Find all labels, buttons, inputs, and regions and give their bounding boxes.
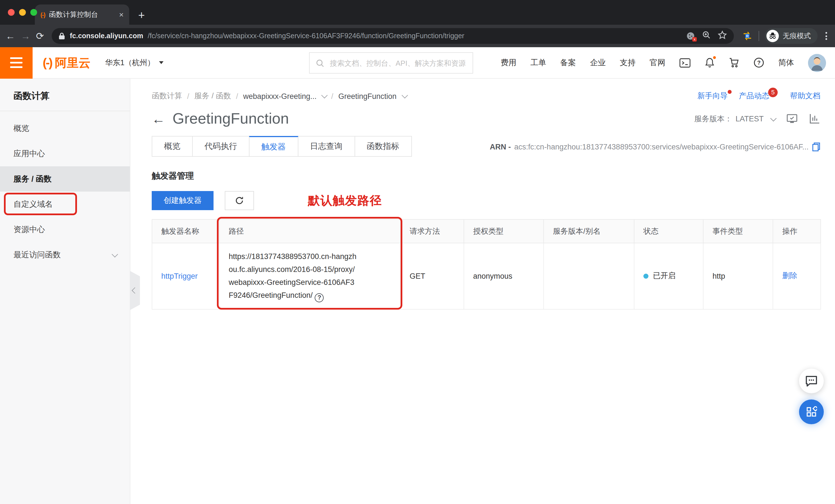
reload-icon[interactable]: ⟳ xyxy=(36,31,44,41)
copy-icon[interactable] xyxy=(812,142,820,152)
sidebar-title: 函数计算 xyxy=(0,79,130,111)
version-label: 服务版本： xyxy=(694,114,732,124)
beginner-guide-link[interactable]: 新手向导 xyxy=(697,91,728,101)
annotation-default-trigger-path: 默认触发路径 xyxy=(308,193,382,208)
chevron-down-icon[interactable] xyxy=(402,92,408,99)
window-close-button[interactable] xyxy=(8,9,15,16)
new-tab-button[interactable]: + xyxy=(138,9,145,21)
nav-official-site[interactable]: 官网 xyxy=(650,58,665,68)
window-zoom-button[interactable] xyxy=(30,9,37,16)
browser-toolbar: ← → ⟳ fc.console.aliyun.com /fc/service/… xyxy=(0,25,835,47)
metrics-chart-icon[interactable] xyxy=(809,114,820,124)
cloudshell-icon[interactable] xyxy=(679,58,691,68)
nav-support[interactable]: 支持 xyxy=(620,58,635,68)
trigger-table: 触发器名称 路径 请求方法 授权类型 服务版本/别名 状态 事件类型 操作 ht… xyxy=(152,219,820,309)
search-input[interactable] xyxy=(329,58,466,68)
page-back-icon[interactable]: ← xyxy=(152,112,165,126)
forward-icon[interactable]: → xyxy=(21,31,30,41)
cart-icon[interactable] xyxy=(729,57,739,68)
path-help-icon[interactable]: ? xyxy=(315,293,324,302)
service-version-selector[interactable]: 服务版本： LATEST xyxy=(694,114,820,124)
trigger-section-title: 触发器管理 xyxy=(152,171,820,181)
toolbar-divider xyxy=(758,31,759,41)
trigger-path: https://1813774388953700.cn-hangzhou.fc.… xyxy=(229,250,358,302)
status-dot-icon xyxy=(644,274,648,279)
breadcrumb-function-name[interactable]: GreetingFunction xyxy=(338,92,406,100)
trigger-name-link[interactable]: httpTrigger xyxy=(161,272,198,280)
col-path: 路径 xyxy=(220,219,400,243)
aliyun-logo[interactable]: (-) 阿里云 xyxy=(43,55,90,70)
extension-icon[interactable]: R xyxy=(742,31,753,42)
function-compute-favicon-icon: (-) xyxy=(40,11,45,18)
breadcrumb-service-name[interactable]: webapixxx-Greeting... xyxy=(243,92,333,100)
product-updates-link[interactable]: 产品动态5 xyxy=(739,91,779,101)
updates-count-badge: 5 xyxy=(768,87,778,97)
tab-metrics[interactable]: 函数指标 xyxy=(354,136,412,157)
page-title: GreetingFunction xyxy=(172,110,289,127)
browser-tab-strip: (-) 函数计算控制台 × + xyxy=(0,0,835,25)
table-header-row: 触发器名称 路径 请求方法 授权类型 服务版本/别名 状态 事件类型 操作 xyxy=(152,219,821,243)
global-search[interactable] xyxy=(309,52,473,74)
incognito-icon xyxy=(767,30,779,42)
sidebar-item-resource-center[interactable]: 资源中心 xyxy=(0,217,130,242)
tab-triggers[interactable]: 触发器 xyxy=(249,136,298,157)
chevron-left-icon xyxy=(132,287,138,294)
back-icon[interactable]: ← xyxy=(6,31,15,41)
request-method: GET xyxy=(400,243,464,309)
breadcrumb-service-function[interactable]: 服务 / 函数 xyxy=(195,91,238,101)
cookie-blocked-icon[interactable]: x xyxy=(686,32,695,40)
address-bar[interactable]: fc.console.aliyun.com /fc/service/cn-han… xyxy=(52,28,734,44)
help-icon[interactable]: ? xyxy=(754,57,764,68)
widgets-button[interactable] xyxy=(799,400,824,424)
window-minimize-button[interactable] xyxy=(19,9,26,16)
sidebar-item-app-center[interactable]: 应用中心 xyxy=(0,141,130,166)
grid-diamond-icon xyxy=(806,406,817,418)
status-badge: 已开启 xyxy=(644,271,694,281)
region-label: 华东1（杭州） xyxy=(105,58,155,68)
breadcrumb-function-compute[interactable]: 函数计算 xyxy=(152,91,189,101)
url-host: fc.console.aliyun.com xyxy=(70,32,143,40)
avatar[interactable] xyxy=(808,54,826,72)
feedback-chat-button[interactable] xyxy=(799,368,824,393)
bookmark-star-icon[interactable] xyxy=(717,30,727,42)
browser-tab-title: 函数计算控制台 xyxy=(49,10,115,19)
monitor-check-icon[interactable] xyxy=(786,114,798,124)
nav-enterprise[interactable]: 企业 xyxy=(590,58,606,68)
sidebar-item-service-function[interactable]: 服务 / 函数 xyxy=(0,166,130,191)
help-docs-link[interactable]: 帮助文档 xyxy=(790,91,820,101)
notification-dot xyxy=(713,56,716,59)
svg-text:?: ? xyxy=(757,60,760,66)
products-menu-button[interactable] xyxy=(0,47,33,78)
event-type: http xyxy=(703,243,773,309)
nav-tickets[interactable]: 工单 xyxy=(530,58,546,68)
nav-icp[interactable]: 备案 xyxy=(560,58,576,68)
tab-logs[interactable]: 日志查询 xyxy=(298,136,355,157)
zoom-page-icon[interactable] xyxy=(702,31,711,42)
tab-code-execution[interactable]: 代码执行 xyxy=(192,136,249,157)
svg-text:R: R xyxy=(746,34,749,38)
region-selector[interactable]: 华东1（杭州） xyxy=(105,58,163,68)
col-auth-type: 授权类型 xyxy=(464,219,544,243)
chat-bubble-icon xyxy=(805,375,818,387)
chevron-down-icon xyxy=(112,251,118,257)
nav-billing[interactable]: 费用 xyxy=(501,58,516,68)
refresh-button[interactable] xyxy=(225,191,254,210)
sidebar-item-overview[interactable]: 概览 xyxy=(0,116,130,141)
browser-tab[interactable]: (-) 函数计算控制台 × xyxy=(35,4,129,25)
delete-link[interactable]: 删除 xyxy=(782,272,797,280)
incognito-label: 无痕模式 xyxy=(783,31,811,41)
tab-close-icon[interactable]: × xyxy=(119,11,124,19)
create-trigger-button[interactable]: 创建触发器 xyxy=(152,191,213,210)
tab-overview[interactable]: 概览 xyxy=(152,136,193,157)
chevron-down-icon[interactable] xyxy=(321,92,328,99)
sidebar-collapse-handle[interactable] xyxy=(130,271,140,310)
lock-icon xyxy=(59,32,65,40)
sidebar-item-custom-domain[interactable]: 自定义域名 xyxy=(0,191,130,217)
language-selector[interactable]: 简体 xyxy=(778,58,794,68)
search-icon xyxy=(316,59,324,67)
header-nav: 费用 工单 备案 企业 支持 官网 ? 简体 xyxy=(501,54,835,72)
notifications-bell-icon[interactable] xyxy=(705,57,715,68)
col-method: 请求方法 xyxy=(400,219,464,243)
browser-menu-icon[interactable] xyxy=(823,32,829,40)
sidebar-item-recent-functions[interactable]: 最近访问函数 xyxy=(0,242,130,267)
